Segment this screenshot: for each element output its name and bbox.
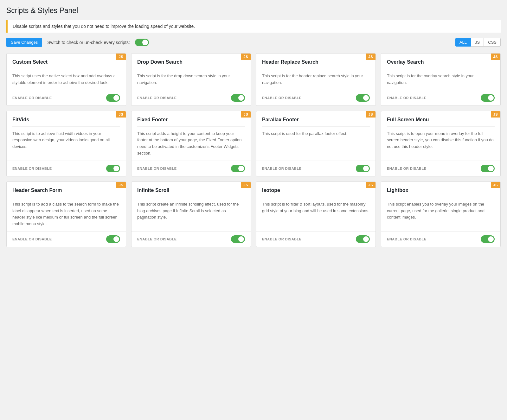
card-footer-header-search-form: ENABLE OR DISABLE xyxy=(7,231,126,247)
card-badge-fitvids: JS xyxy=(116,111,126,118)
card-description-header-search-form: This script is to add a class to the sea… xyxy=(12,201,120,227)
card-toggle-lightbox[interactable] xyxy=(481,235,495,243)
card-enable-label-isotope: ENABLE OR DISABLE xyxy=(262,237,302,241)
card-badge-parallax-footer: JS xyxy=(366,111,375,118)
card-toggle-overlay-search[interactable] xyxy=(481,94,495,102)
filter-css-button[interactable]: CSS xyxy=(484,38,501,47)
card-description-fitvids: This script is to achieve fluid width vi… xyxy=(12,130,120,150)
card-enable-label-lightbox: ENABLE OR DISABLE xyxy=(387,237,427,241)
card-title-infinite-scroll: Infinite Scroll xyxy=(137,188,245,193)
card-description-header-replace-search: This script is for the header replace se… xyxy=(262,73,370,86)
filter-buttons: ALL JS CSS xyxy=(455,38,501,47)
toolbar-toggle-label: Switch to check or un-check every script… xyxy=(47,40,130,45)
card-badge-drop-down-search: JS xyxy=(241,54,251,60)
card-enable-label-custom-select: ENABLE OR DISABLE xyxy=(12,96,52,100)
card-badge-isotope: JS xyxy=(366,182,375,188)
card-toggle-parallax-footer[interactable] xyxy=(356,165,370,172)
card-enable-label-full-screen-menu: ENABLE OR DISABLE xyxy=(387,167,427,170)
card-footer-lightbox: ENABLE OR DISABLE xyxy=(381,231,500,247)
card-body-header-search-form: JS Header Search Form This script is to … xyxy=(7,182,126,231)
card-body-isotope: JS Isotope This script is to filter & so… xyxy=(256,182,375,231)
card-toggle-fitvids[interactable] xyxy=(106,165,120,172)
global-toggle[interactable] xyxy=(135,39,149,46)
card-toggle-slider-header-search-form xyxy=(106,235,120,243)
card-footer-fixed-footer: ENABLE OR DISABLE xyxy=(132,161,251,176)
card-enable-label-fixed-footer: ENABLE OR DISABLE xyxy=(137,167,177,170)
card-description-isotope: This script is to filter & sort layouts,… xyxy=(262,201,370,214)
card-enable-label-drop-down-search: ENABLE OR DISABLE xyxy=(137,96,177,100)
card-toggle-isotope[interactable] xyxy=(356,235,370,243)
card-badge-header-replace-search: JS xyxy=(366,54,375,60)
card-toggle-slider-full-screen-menu xyxy=(481,165,495,172)
card-enable-label-header-search-form: ENABLE OR DISABLE xyxy=(12,237,52,241)
card-custom-select: JS Custom Select This script uses the na… xyxy=(6,53,126,106)
card-description-full-screen-menu: This script is to open your menu in over… xyxy=(387,130,495,150)
card-enable-label-header-replace-search: ENABLE OR DISABLE xyxy=(262,96,302,100)
save-button[interactable]: Save Changes xyxy=(6,38,42,47)
card-toggle-slider-drop-down-search xyxy=(231,94,245,102)
card-enable-label-parallax-footer: ENABLE OR DISABLE xyxy=(262,167,302,170)
card-badge-overlay-search: JS xyxy=(491,54,500,60)
card-badge-infinite-scroll: JS xyxy=(241,182,251,188)
global-toggle-slider xyxy=(135,39,149,46)
card-title-fixed-footer: Fixed Footer xyxy=(137,117,245,123)
card-body-full-screen-menu: JS Full Screen Menu This script is to op… xyxy=(381,111,500,161)
card-toggle-slider-isotope xyxy=(356,235,370,243)
card-description-fixed-footer: This script adds a height to your conten… xyxy=(137,130,245,157)
card-fixed-footer: JS Fixed Footer This script adds a heigh… xyxy=(131,111,251,176)
card-enable-label-overlay-search: ENABLE OR DISABLE xyxy=(387,96,427,100)
card-title-header-replace-search: Header Replace Search xyxy=(262,59,370,65)
card-body-infinite-scroll: JS Infinite Scroll This script create an… xyxy=(132,182,251,231)
card-drop-down-search: JS Drop Down Search This script is for t… xyxy=(131,53,251,106)
card-body-drop-down-search: JS Drop Down Search This script is for t… xyxy=(132,54,251,90)
card-title-isotope: Isotope xyxy=(262,188,370,193)
card-toggle-custom-select[interactable] xyxy=(106,94,120,102)
card-toggle-fixed-footer[interactable] xyxy=(231,165,245,172)
card-body-parallax-footer: JS Parallax Footer This script is used f… xyxy=(256,111,375,161)
card-footer-infinite-scroll: ENABLE OR DISABLE xyxy=(132,231,251,247)
card-footer-overlay-search: ENABLE OR DISABLE xyxy=(381,90,500,105)
card-isotope: JS Isotope This script is to filter & so… xyxy=(256,181,376,247)
page-title: Scripts & Styles Panel xyxy=(6,6,501,15)
card-title-full-screen-menu: Full Screen Menu xyxy=(387,117,495,123)
card-toggle-full-screen-menu[interactable] xyxy=(481,165,495,172)
card-footer-fitvids: ENABLE OR DISABLE xyxy=(7,161,126,176)
filter-js-button[interactable]: JS xyxy=(471,38,484,47)
card-toggle-slider-custom-select xyxy=(106,94,120,102)
card-toggle-header-replace-search[interactable] xyxy=(356,94,370,102)
card-toggle-header-search-form[interactable] xyxy=(106,235,120,243)
card-parallax-footer: JS Parallax Footer This script is used f… xyxy=(256,111,376,176)
card-body-custom-select: JS Custom Select This script uses the na… xyxy=(7,54,126,90)
card-body-lightbox: JS Lightbox This script enables you to o… xyxy=(381,182,500,231)
card-badge-header-search-form: JS xyxy=(116,182,126,188)
card-header-search-form: JS Header Search Form This script is to … xyxy=(6,181,126,247)
card-title-overlay-search: Overlay Search xyxy=(387,59,495,65)
card-enable-label-fitvids: ENABLE OR DISABLE xyxy=(12,167,52,170)
info-bar: Disable scripts and styles that you do n… xyxy=(6,20,501,33)
filter-all-button[interactable]: ALL xyxy=(455,38,471,47)
card-title-header-search-form: Header Search Form xyxy=(12,188,120,193)
card-description-lightbox: This script enables you to overlay your … xyxy=(387,201,495,221)
card-body-fitvids: JS FitVids This script is to achieve flu… xyxy=(7,111,126,161)
card-description-infinite-scroll: This script create an infinite scrolling… xyxy=(137,201,245,221)
card-description-drop-down-search: This script is for the drop down search … xyxy=(137,73,245,86)
card-toggle-slider-infinite-scroll xyxy=(231,235,245,243)
toolbar: Save Changes Switch to check or un-check… xyxy=(6,38,501,47)
card-description-overlay-search: This script is for the overlay search st… xyxy=(387,73,495,86)
card-toggle-infinite-scroll[interactable] xyxy=(231,235,245,243)
card-body-header-replace-search: JS Header Replace Search This script is … xyxy=(256,54,375,90)
card-overlay-search: JS Overlay Search This script is for the… xyxy=(381,53,501,106)
card-body-fixed-footer: JS Fixed Footer This script adds a heigh… xyxy=(132,111,251,161)
card-description-parallax-footer: This script is used for the parallax foo… xyxy=(262,130,370,137)
card-title-lightbox: Lightbox xyxy=(387,188,495,193)
card-toggle-slider-header-replace-search xyxy=(356,94,370,102)
card-footer-parallax-footer: ENABLE OR DISABLE xyxy=(256,161,375,176)
card-toggle-slider-lightbox xyxy=(481,235,495,243)
card-toggle-slider-fitvids xyxy=(106,165,120,172)
card-toggle-drop-down-search[interactable] xyxy=(231,94,245,102)
card-badge-custom-select: JS xyxy=(116,54,126,60)
card-title-fitvids: FitVids xyxy=(12,117,120,123)
card-badge-full-screen-menu: JS xyxy=(491,111,500,118)
card-title-custom-select: Custom Select xyxy=(12,59,120,65)
card-body-overlay-search: JS Overlay Search This script is for the… xyxy=(381,54,500,90)
